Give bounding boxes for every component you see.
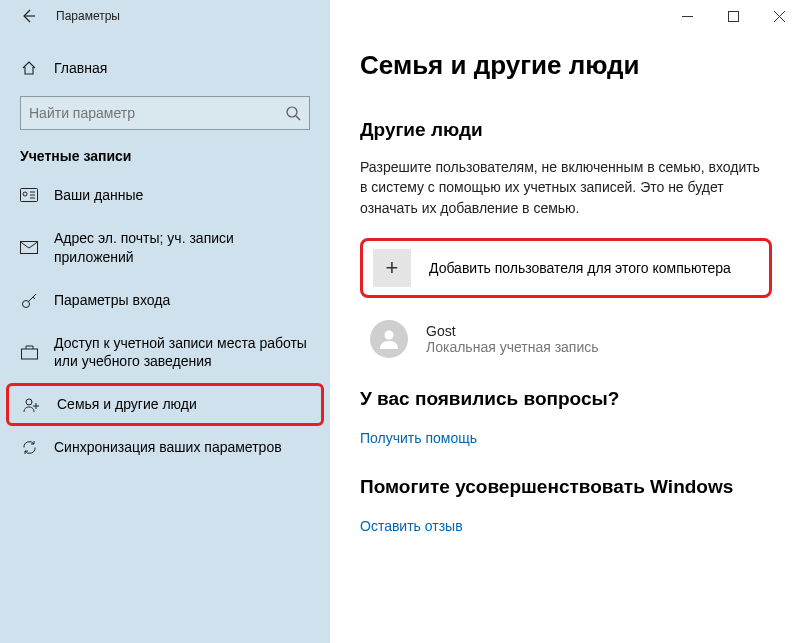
nav-item-label: Семья и другие люди — [57, 395, 197, 414]
briefcase-icon — [20, 345, 38, 360]
user-row[interactable]: Gost Локальная учетная запись — [360, 320, 772, 358]
id-card-icon — [20, 188, 38, 202]
nav-item-your-info[interactable]: Ваши данные — [0, 174, 330, 217]
svg-point-8 — [385, 330, 394, 339]
svg-point-5 — [22, 300, 29, 307]
search-icon — [285, 105, 301, 121]
search-input[interactable] — [29, 105, 260, 121]
get-help-link[interactable]: Получить помощь — [360, 430, 477, 446]
nav-item-email[interactable]: Адрес эл. почты; уч. записи приложений — [0, 217, 330, 279]
nav-item-label: Параметры входа — [54, 291, 170, 310]
plus-icon: + — [373, 249, 411, 287]
content-pane: Семья и другие люди Другие люди Разрешит… — [330, 0, 802, 643]
improve-heading: Помогите усовершенствовать Windows — [360, 476, 772, 498]
nav-item-label: Синхронизация ваших параметров — [54, 438, 282, 457]
person-icon — [377, 327, 401, 351]
user-info: Gost Локальная учетная запись — [426, 323, 599, 355]
nav-item-sync[interactable]: Синхронизация ваших параметров — [0, 426, 330, 469]
add-user-button[interactable]: + Добавить пользователя для этого компью… — [360, 238, 772, 298]
nav-item-family[interactable]: Семья и другие люди — [6, 383, 324, 426]
nav-item-label: Адрес эл. почты; уч. записи приложений — [54, 229, 310, 267]
arrow-left-icon — [20, 8, 36, 24]
close-icon — [774, 11, 785, 22]
other-people-description: Разрешите пользователям, не включенным в… — [360, 157, 770, 218]
svg-point-1 — [287, 107, 297, 117]
minimize-button[interactable] — [664, 0, 710, 32]
key-icon — [20, 292, 38, 309]
maximize-button[interactable] — [710, 0, 756, 32]
feedback-link[interactable]: Оставить отзыв — [360, 518, 463, 534]
svg-point-7 — [26, 399, 32, 405]
questions-heading: У вас появились вопросы? — [360, 388, 772, 410]
nav-item-label: Ваши данные — [54, 186, 143, 205]
minimize-icon — [682, 11, 693, 22]
sync-icon — [20, 439, 38, 456]
home-nav[interactable]: Главная — [0, 50, 330, 86]
svg-point-3 — [23, 192, 27, 196]
user-type: Локальная учетная запись — [426, 339, 599, 355]
maximize-icon — [728, 11, 739, 22]
page-title: Семья и другие люди — [360, 50, 772, 81]
user-name: Gost — [426, 323, 599, 339]
mail-icon — [20, 241, 38, 254]
home-label: Главная — [54, 60, 107, 76]
back-button[interactable] — [18, 6, 38, 26]
add-user-label: Добавить пользователя для этого компьюте… — [429, 260, 731, 276]
other-people-heading: Другие люди — [360, 119, 772, 141]
svg-rect-6 — [21, 349, 37, 359]
svg-rect-0 — [728, 11, 738, 21]
nav-item-label: Доступ к учетной записи места работы или… — [54, 334, 310, 372]
avatar — [370, 320, 408, 358]
home-icon — [20, 60, 38, 76]
nav-item-work-access[interactable]: Доступ к учетной записи места работы или… — [0, 322, 330, 384]
section-label: Учетные записи — [0, 148, 330, 174]
window-title: Параметры — [56, 9, 120, 23]
close-button[interactable] — [756, 0, 802, 32]
nav-item-signin-options[interactable]: Параметры входа — [0, 279, 330, 322]
people-icon — [23, 397, 41, 413]
search-box[interactable] — [20, 96, 310, 130]
sidebar: Главная Учетные записи Ваши данные Адрес… — [0, 0, 330, 643]
